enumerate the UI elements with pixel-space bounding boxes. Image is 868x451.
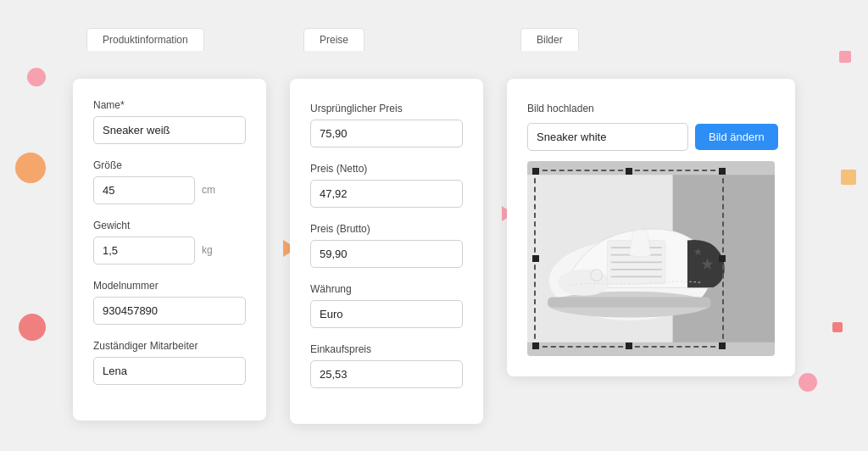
field-groesse: Größe cm [93,159,246,204]
gewicht-unit: kg [202,244,213,256]
bild-upload-label: Bild hochladen [527,103,775,114]
deco-circle-3 [19,314,46,341]
image-container: ★ ★ [527,161,775,356]
sneaker-image: ★ ★ [527,161,775,356]
svg-text:★: ★ [700,254,715,272]
card2-body: Ursprünglicher Preis Preis (Netto) Preis… [290,79,483,424]
field-mitarbeiter: Zuständiger Mitarbeiter [93,340,246,385]
field-mitarbeiter-label: Zuständiger Mitarbeiter [93,340,246,352]
deco-square-3 [832,322,843,332]
field-waehrung-label: Währung [310,283,463,295]
field-waehrung: Währung [310,283,463,328]
field-gewicht-row: kg [93,237,246,264]
gewicht-input[interactable] [93,237,195,264]
deco-circle-1 [15,153,46,183]
card2: Ursprünglicher Preis Preis (Netto) Preis… [290,79,483,424]
field-name: Name* [93,99,246,144]
card3-wrapper: Bilder Bild hochladen Bild ändern [507,53,795,376]
field-modelnummer-row [93,297,246,325]
field-einkauf-label: Einkaufspreis [310,343,463,355]
card3-tab: Bilder [520,28,579,51]
field-mitarbeiter-row [93,357,246,385]
einkauf-input[interactable] [310,360,463,388]
field-modelnummer: Modelnummer [93,280,246,325]
field-groesse-row: cm [93,176,246,204]
ursprungspreis-input[interactable] [310,120,463,148]
cards-wrapper: Produktinformation Name* Größe cm [73,28,795,424]
field-groesse-label: Größe [93,159,246,171]
svg-rect-4 [548,297,710,307]
deco-square-1 [839,51,851,63]
waehrung-input[interactable] [310,300,463,328]
groesse-unit: cm [202,184,215,196]
card1-body: Name* Größe cm Gewicht k [73,79,266,420]
modelnummer-input[interactable] [93,297,246,325]
card1-wrapper: Produktinformation Name* Größe cm [73,53,266,420]
bild-row: Bild ändern [527,123,775,151]
card2-wrapper: Preise Ursprünglicher Preis Preis (Netto… [290,53,483,424]
field-name-label: Name* [93,99,246,111]
field-brutto-label: Preis (Brutto) [310,223,463,235]
bild-input[interactable] [527,123,688,151]
field-netto: Preis (Netto) [310,163,463,208]
field-modelnummer-label: Modelnummer [93,280,246,292]
card3-body: Bild hochladen Bild ändern [507,79,795,376]
field-gewicht-label: Gewicht [93,220,246,231]
card1: Name* Größe cm Gewicht k [73,79,266,420]
deco-circle-4 [798,373,817,392]
field-ursprungspreis: Ursprünglicher Preis [310,103,463,148]
card3: Bild hochladen Bild ändern [507,79,795,376]
field-netto-label: Preis (Netto) [310,163,463,175]
svg-text:★: ★ [693,245,703,257]
field-einkauf: Einkaufspreis [310,343,463,388]
groesse-input[interactable] [93,176,195,204]
field-ursprungspreis-label: Ursprünglicher Preis [310,103,463,114]
deco-square-2 [841,170,856,185]
field-gewicht: Gewicht kg [93,220,246,264]
brutto-input[interactable] [310,240,463,268]
field-brutto: Preis (Brutto) [310,223,463,268]
card1-tab: Produktinformation [86,28,204,51]
bild-aendern-button[interactable]: Bild ändern [695,124,778,150]
card2-tab: Preise [303,28,364,51]
field-name-row [93,116,246,144]
deco-circle-2 [27,68,46,86]
name-input[interactable] [93,116,246,144]
netto-input[interactable] [310,180,463,208]
mitarbeiter-input[interactable] [93,357,246,385]
